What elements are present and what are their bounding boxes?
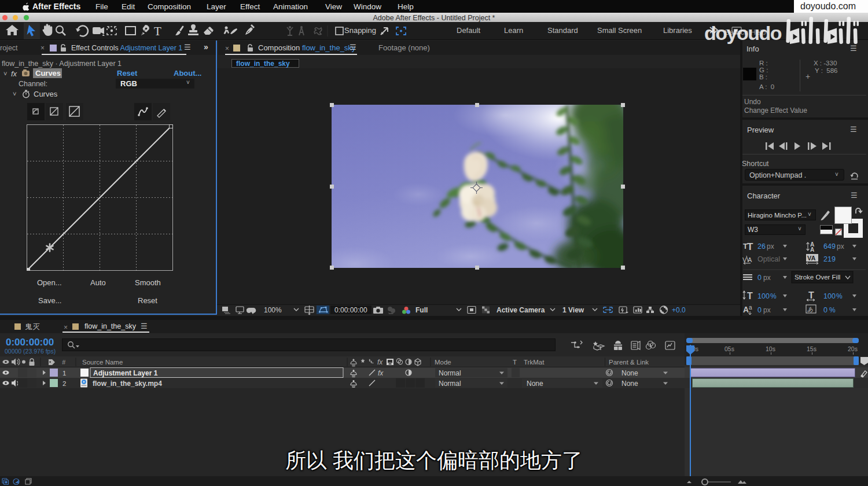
svg-text:Source Name: Source Name [82, 359, 123, 366]
svg-text:Normal: Normal [439, 380, 461, 388]
svg-text:T: T [154, 24, 161, 38]
svg-text:#: # [62, 359, 66, 366]
svg-text:flow_in_the_sky.mp4: flow_in_the_sky.mp4 [93, 380, 162, 388]
svg-text:fx: fx [377, 358, 383, 366]
svg-text:100: 100 [823, 292, 836, 300]
svg-text:px: px [837, 242, 844, 251]
svg-text:A: A [748, 256, 752, 263]
svg-text:1 View: 1 View [562, 306, 584, 314]
svg-text:649: 649 [823, 242, 836, 251]
svg-text:px: px [763, 274, 771, 282]
svg-text:T: T [747, 241, 753, 252]
svg-text:26: 26 [757, 242, 766, 251]
svg-text:px: px [767, 242, 774, 251]
svg-text:Mode: Mode [435, 359, 451, 366]
svg-text:T: T [747, 291, 753, 301]
svg-text:None: None [621, 369, 638, 377]
svg-text:0: 0 [757, 306, 762, 314]
svg-text:%: % [770, 292, 777, 300]
svg-text:100%: 100% [264, 306, 282, 314]
svg-text:0: 0 [757, 274, 762, 282]
svg-text:Stroke Over Fill: Stroke Over Fill [795, 274, 840, 281]
svg-text:Adjustment Layer 1: Adjustment Layer 1 [93, 369, 158, 377]
svg-text:0: 0 [823, 306, 827, 314]
svg-text:1: 1 [62, 370, 66, 377]
svg-text:VA: VA [807, 255, 816, 262]
svg-text:Normal: Normal [439, 369, 461, 377]
svg-text:Full: Full [415, 306, 428, 314]
svg-text:0:00:00:00: 0:00:00:00 [334, 306, 367, 314]
svg-text:あ: あ [807, 306, 813, 312]
svg-text:%: % [829, 306, 836, 314]
svg-text:None: None [621, 380, 638, 388]
svg-text:fx: fx [378, 369, 384, 377]
svg-text:100: 100 [757, 292, 770, 300]
svg-text:2: 2 [62, 380, 66, 387]
svg-text:A: A [810, 246, 814, 253]
svg-text:Optical: Optical [757, 255, 780, 263]
svg-text:%: % [836, 292, 843, 300]
svg-text:Active Camera: Active Camera [496, 306, 545, 314]
svg-text:px: px [763, 306, 771, 314]
svg-text:219: 219 [823, 255, 836, 263]
svg-text:None: None [527, 380, 543, 388]
svg-text:+0.0: +0.0 [672, 306, 686, 314]
svg-text:a: a [749, 304, 752, 311]
svg-text:A: A [743, 305, 749, 314]
